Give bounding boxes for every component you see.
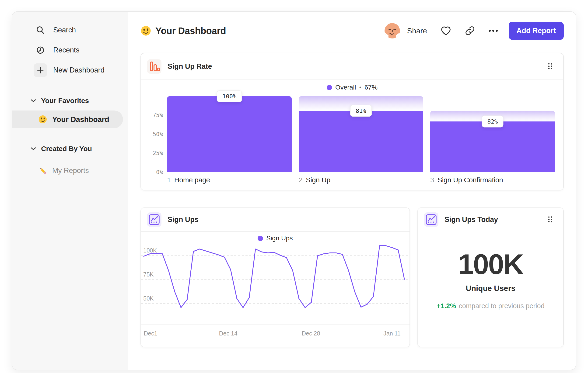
funnel-value-badge: 82% bbox=[482, 115, 503, 127]
funnel-bar-value bbox=[430, 121, 555, 172]
y-tick: 0% bbox=[156, 169, 163, 176]
share-button[interactable]: Share bbox=[407, 27, 427, 35]
delta-value: +1.2% bbox=[437, 302, 456, 310]
x-tick: Dec 14 bbox=[219, 330, 237, 337]
metric-delta-row: +1.2%compared to previous period bbox=[418, 302, 563, 310]
sidebar-item-label: New Dashboard bbox=[53, 66, 105, 74]
metric-value: 100K bbox=[418, 248, 563, 281]
x-tick: Jan 11 bbox=[384, 330, 401, 337]
funnel-step-sign-up: 81% 2 Sign Up bbox=[299, 96, 423, 184]
y-tick: 100K bbox=[143, 247, 157, 254]
signups-today-card-header: Sign Ups Today bbox=[418, 208, 563, 231]
funnel-step-label: 3 Sign Up Confirmation bbox=[430, 176, 555, 184]
plus-icon bbox=[34, 63, 47, 77]
legend-value: 67% bbox=[365, 84, 378, 91]
legend-separator: • bbox=[359, 84, 361, 91]
favorite-heart-button[interactable] bbox=[441, 26, 451, 36]
funnel-value-badge: 81% bbox=[350, 105, 372, 117]
signup-rate-card-header: Sign Up Rate bbox=[141, 53, 563, 80]
smiley-emoji-icon bbox=[38, 115, 47, 124]
legend-dot bbox=[258, 236, 263, 241]
funnel-step-label: 2 Sign Up bbox=[299, 176, 423, 184]
header-actions: Share Add Report bbox=[384, 22, 564, 40]
page-title-text: Your Dashboard bbox=[155, 26, 226, 36]
funnel-step-label: 1 Home page bbox=[167, 176, 292, 184]
copy-link-button[interactable] bbox=[465, 26, 475, 36]
more-options-button[interactable] bbox=[489, 29, 498, 32]
sidebar-item-recents[interactable]: Recents bbox=[12, 40, 128, 60]
legend-label: Overall bbox=[335, 84, 356, 91]
step-name: Sign Up bbox=[306, 176, 330, 184]
dashboard-header: Your Dashboard Share bbox=[140, 21, 564, 40]
sidebar-section-label: Created By You bbox=[41, 145, 92, 153]
y-tick: 25% bbox=[153, 150, 163, 156]
y-tick: 50% bbox=[153, 131, 163, 138]
card-title: Sign Ups bbox=[168, 215, 199, 224]
card-title: Sign Up Rate bbox=[168, 62, 212, 71]
sidebar-item-your-dashboard[interactable]: Your Dashboard bbox=[12, 111, 123, 128]
smiley-emoji-icon bbox=[140, 25, 151, 36]
x-tick: Dec1 bbox=[144, 330, 157, 337]
funnel-chart-icon bbox=[147, 59, 161, 74]
signups-card-header: Sign Ups bbox=[141, 208, 410, 231]
pencil-emoji-icon bbox=[38, 166, 48, 175]
funnel-chart: 75% 50% 25% 0% 100% 1 Home pa bbox=[141, 95, 563, 184]
funnel-value-badge: 100% bbox=[217, 91, 242, 102]
page-title: Your Dashboard bbox=[140, 25, 226, 36]
funnel-bar[interactable]: 82% bbox=[430, 96, 555, 172]
delta-description: compared to previous period bbox=[459, 302, 545, 310]
app-window: Search Recents New Dashboard Your Favori bbox=[12, 11, 576, 370]
line-chart-x-axis: Dec1 Dec 14 Dec 28 Jan 11 bbox=[141, 324, 410, 341]
main-content: Your Dashboard Share bbox=[128, 12, 576, 370]
funnel-legend: Overall • 67% bbox=[141, 80, 563, 95]
line-chart-icon bbox=[147, 212, 161, 227]
chevron-down-icon bbox=[31, 147, 36, 150]
funnel-step-home-page: 100% 1 Home page bbox=[167, 96, 292, 184]
metric-label: Unique Users bbox=[418, 284, 563, 293]
sidebar-section-created-by-you[interactable]: Created By You bbox=[12, 141, 128, 156]
y-tick: 75K bbox=[143, 271, 154, 278]
sidebar-item-label: My Reports bbox=[52, 166, 89, 175]
sidebar-item-label: Recents bbox=[53, 46, 79, 54]
avatar[interactable] bbox=[384, 23, 400, 39]
sidebar-item-new-dashboard[interactable]: New Dashboard bbox=[12, 60, 128, 80]
line-legend: Sign Ups bbox=[141, 232, 410, 245]
step-name: Sign Up Confirmation bbox=[438, 176, 503, 184]
signup-rate-card: Sign Up Rate Overall • 67% 75% bbox=[140, 53, 564, 191]
step-number: 1 bbox=[167, 176, 171, 184]
heart-icon bbox=[441, 26, 451, 36]
funnel-bar-value bbox=[299, 111, 423, 172]
step-name: Home page bbox=[174, 176, 210, 184]
line-chart-plot[interactable]: 100K 75K 50K bbox=[141, 245, 410, 324]
sidebar-section-your-favorites[interactable]: Your Favorites bbox=[12, 93, 128, 108]
line-chart-svg bbox=[141, 245, 410, 324]
add-report-button[interactable]: Add Report bbox=[509, 22, 564, 40]
sidebar-item-search[interactable]: Search bbox=[12, 20, 128, 40]
line-chart-icon bbox=[424, 212, 438, 227]
funnel-bar[interactable]: 100% bbox=[167, 96, 292, 172]
link-icon bbox=[465, 26, 475, 36]
sidebar-section-label: Your Favorites bbox=[41, 97, 89, 105]
signups-today-card: Sign Ups Today 100K Unique Users +1.2%co… bbox=[417, 208, 564, 347]
clock-icon bbox=[34, 43, 47, 57]
signups-line bbox=[144, 246, 404, 308]
funnel-bar[interactable]: 81% bbox=[299, 96, 423, 172]
ellipsis-icon bbox=[489, 29, 498, 32]
search-icon bbox=[34, 23, 47, 37]
x-tick: Dec 28 bbox=[302, 330, 320, 337]
y-tick: 75% bbox=[153, 112, 163, 118]
sidebar: Search Recents New Dashboard Your Favori bbox=[12, 12, 128, 370]
legend-dot bbox=[327, 85, 332, 90]
sidebar-item-label: Your Dashboard bbox=[52, 115, 109, 124]
step-number: 3 bbox=[430, 176, 434, 184]
funnel-bar-value bbox=[167, 96, 292, 172]
drag-handle-icon[interactable] bbox=[548, 63, 553, 70]
funnel-bars: 100% 1 Home page 81% bbox=[167, 96, 555, 184]
y-tick: 50K bbox=[143, 295, 154, 302]
drag-handle-icon[interactable] bbox=[548, 216, 553, 223]
funnel-y-axis: 75% 50% 25% 0% bbox=[148, 96, 163, 172]
funnel-step-sign-up-confirmation: 82% 3 Sign Up Confirmation bbox=[430, 96, 555, 184]
legend-label: Sign Ups bbox=[266, 234, 293, 242]
sidebar-item-my-reports[interactable]: My Reports bbox=[12, 162, 128, 179]
step-number: 2 bbox=[299, 176, 303, 184]
